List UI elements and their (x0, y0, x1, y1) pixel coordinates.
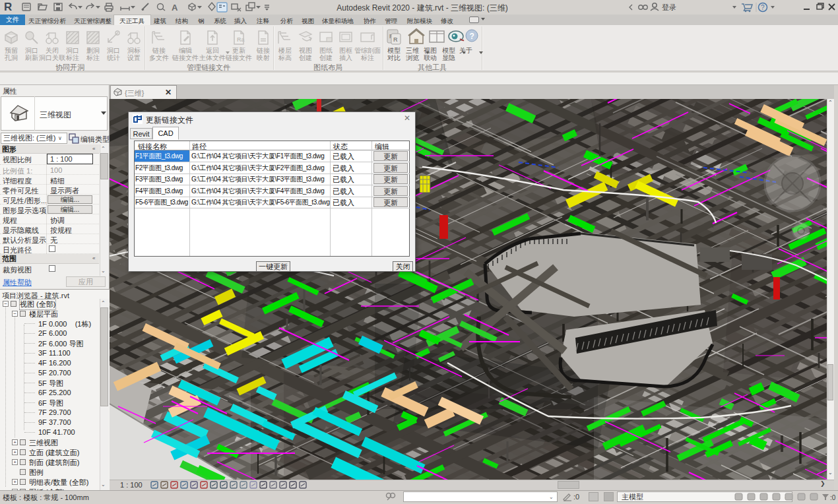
svg-text:A: A (172, 3, 178, 13)
svg-text:Ra: Ra (237, 36, 245, 43)
svg-text:R: R (393, 36, 398, 43)
svg-text::0: :0 (830, 494, 836, 501)
svg-text:?: ? (761, 4, 765, 11)
svg-text:?: ? (470, 32, 474, 41)
svg-text:登录: 登录 (662, 3, 676, 11)
